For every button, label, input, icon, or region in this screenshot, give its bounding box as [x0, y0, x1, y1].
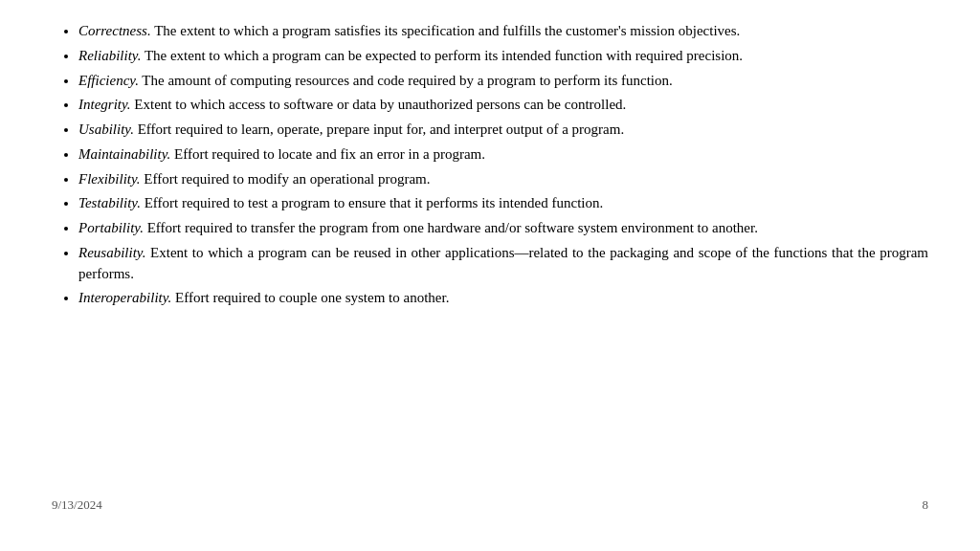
- item-term-4: Usability.: [78, 121, 134, 137]
- item-term-1: Reliability.: [78, 48, 141, 63]
- item-term-3: Integrity.: [78, 97, 131, 112]
- list-item: Usability. Effort required to learn, ope…: [78, 120, 928, 141]
- list-item: Portability. Effort required to transfer…: [78, 218, 928, 239]
- item-description-8: Effort required to transfer the program …: [144, 220, 758, 235]
- item-term-10: Interoperability.: [78, 290, 171, 305]
- list-item: Integrity. Extent to which access to sof…: [78, 95, 928, 116]
- slide-footer: 9/13/2024 8: [52, 492, 928, 513]
- list-item: Flexibility. Effort required to modify a…: [78, 169, 928, 190]
- list-item: Reusability. Extent to which a program c…: [78, 243, 928, 285]
- item-description-3: Extent to which access to software or da…: [131, 97, 627, 112]
- slide-container: Correctness. The extent to which a progr…: [0, 0, 980, 551]
- item-description-4: Effort required to learn, operate, prepa…: [134, 121, 624, 137]
- item-term-9: Reusability.: [78, 245, 145, 260]
- list-item: Testability. Effort required to test a p…: [78, 193, 928, 214]
- footer-page: 8: [923, 497, 929, 513]
- list-item: Reliability. The extent to which a progr…: [78, 46, 928, 67]
- item-term-7: Testability.: [78, 195, 141, 210]
- item-term-8: Portability.: [78, 220, 144, 235]
- item-term-2: Efficiency.: [78, 73, 139, 88]
- item-description-6: Effort required to modify an operational…: [141, 171, 431, 187]
- item-description-9: Extent to which a program can be reused …: [78, 245, 928, 281]
- list-item: Efficiency. The amount of computing reso…: [78, 71, 928, 92]
- footer-date: 9/13/2024: [52, 497, 102, 513]
- item-description-2: The amount of computing resources and co…: [139, 73, 673, 88]
- items-list: Correctness. The extent to which a progr…: [52, 21, 928, 309]
- item-term-0: Correctness.: [78, 23, 151, 38]
- list-item: Correctness. The extent to which a progr…: [78, 21, 928, 42]
- slide-content: Correctness. The extent to which a progr…: [52, 17, 928, 492]
- item-term-5: Maintainability.: [78, 146, 170, 162]
- item-description-7: Effort required to test a program to ens…: [141, 195, 603, 210]
- list-item: Interoperability. Effort required to cou…: [78, 288, 928, 309]
- item-description-10: Effort required to couple one system to …: [171, 290, 449, 305]
- item-term-6: Flexibility.: [78, 171, 141, 187]
- item-description-5: Effort required to locate and fix an err…: [170, 146, 485, 162]
- item-description-1: The extent to which a program can be exp…: [141, 48, 743, 63]
- list-item: Maintainability. Effort required to loca…: [78, 144, 928, 165]
- item-description-0: The extent to which a program satisfies …: [151, 23, 741, 38]
